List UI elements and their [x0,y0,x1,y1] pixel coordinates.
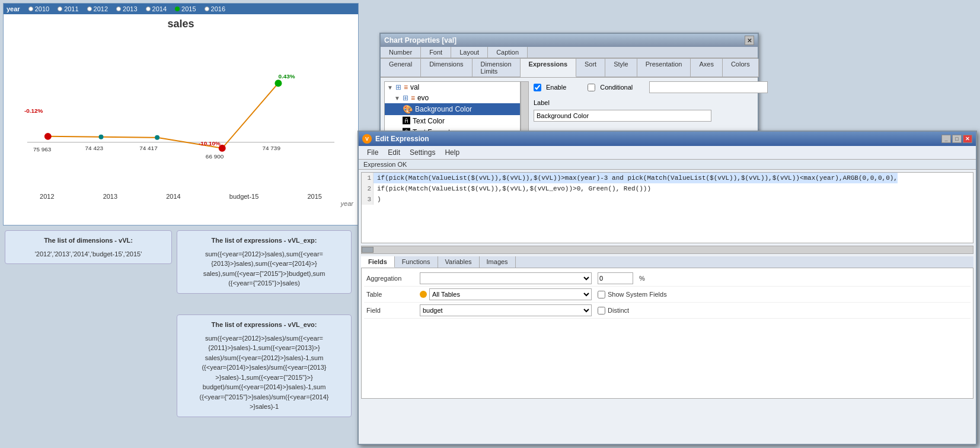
distinct-checkbox[interactable] [598,307,605,314]
tab-presentation[interactable]: Presentation [637,59,691,77]
bl-2014: 2014 [166,193,180,200]
tab-sort[interactable]: Sort [576,59,605,77]
tab-general[interactable]: General [381,59,421,77]
year-2015[interactable]: 2015 [175,5,196,12]
tab-variables[interactable]: Variables [438,256,480,268]
menu-help[interactable]: Help [440,147,464,158]
year-label: year [7,5,20,12]
aggregation-row: Aggregation % [364,271,971,287]
show-system-fields-checkbox[interactable] [598,291,605,298]
info-evo-title: The list of expressions - vVL_evo: [183,320,345,330]
dot-2015 [274,80,282,87]
edit-expr-minimize-button[interactable]: _ [941,135,951,143]
line-num-2: 2 [362,183,374,194]
tree-icon-evo: ≡ [411,94,415,102]
tab-images[interactable]: Images [480,256,516,268]
year-2013[interactable]: 2013 [116,5,137,12]
aggregation-select[interactable] [420,272,592,284]
tab-layout[interactable]: Layout [451,47,488,58]
bl-2015: 2015 [307,193,321,200]
tab-dimensions[interactable]: Dimensions [421,59,472,77]
menu-file[interactable]: File [362,147,383,158]
tree-icon-text-color: 🅰 [403,116,410,125]
edit-expression-dialog: V Edit Expression _ □ ✕ File Edit Settin… [357,131,977,445]
chart-axis-year: year [4,200,358,207]
menu-edit[interactable]: Edit [383,147,405,158]
chart-area: -0.12% 0.43% -10.10% 75 963 74 423 74 41… [4,33,358,193]
tree-label-evo: evo [417,94,429,102]
table-dot [420,291,427,298]
info-evo-content: sum({<year={2012}>}sales)/sum({<year={20… [183,333,345,412]
info-exp-content: sum({<year={2012}>}sales),sum({<year={20… [183,249,345,288]
dot-2014 [155,135,159,140]
menu-settings[interactable]: Settings [405,147,440,158]
tab-dim-limits[interactable]: Dimension Limits [473,59,521,77]
year-2014[interactable]: 2014 [146,5,167,12]
tree-item-text-color[interactable]: 🅰 Text Color [385,115,520,126]
conditional-label: Conditional [600,84,633,91]
edit-expr-status: Expression OK [359,160,976,170]
tree-label-text-color: Text Color [413,117,445,125]
edit-expr-title: Edit Expression [375,135,429,143]
edit-expr-icon: V [362,134,372,144]
tab-caption[interactable]: Caption [488,47,528,58]
year-dot-2016 [205,7,209,11]
chart-props-close-button[interactable]: ✕ [745,36,754,45]
aggregation-label: Aggregation [366,275,414,282]
val-2012: 75 963 [33,146,52,152]
chart-panel: year 2010 2011 2012 2013 2014 2015 2016 [3,3,359,225]
year-2011[interactable]: 2011 [58,5,78,12]
line-code-2: if(pick(Match(ValueList($(vVL)),$(vVL),$… [374,183,651,194]
year-2012[interactable]: 2012 [87,5,108,12]
bl-2012: 2012 [40,193,54,200]
table-label: Table [366,291,414,298]
tab-expressions[interactable]: Expressions [521,59,576,77]
tree-item-val[interactable]: ▼ ⊞ ≡ val [385,82,520,93]
line-num-3: 3 [362,194,374,205]
info-box-expressions: The list of expressions - vVL_exp: sum({… [177,230,352,294]
tab-number[interactable]: Number [381,47,421,58]
field-select[interactable]: budget [420,304,592,316]
label-value-input[interactable] [534,110,711,122]
year-dot-2015 [175,7,180,11]
code-line-1: 1 if(pick(Match(ValueList($(vVL)),$(vVL)… [362,173,973,183]
edit-expr-close-button[interactable]: ✕ [963,135,972,143]
year-dot-2013 [116,7,121,11]
bl-budget15: budget-15 [229,193,259,200]
chart-props-titlebar: Chart Properties [val] ✕ [381,34,758,47]
val-2013: 74 423 [85,145,104,151]
conditional-checkbox[interactable] [588,84,595,91]
label-label: Label [534,99,550,106]
tab-colors[interactable]: Colors [723,59,759,77]
chart-year-bar: year 2010 2011 2012 2013 2014 2015 2016 [4,4,358,14]
chart-title: sales [4,14,358,33]
enable-checkbox[interactable] [534,84,541,91]
year-2016[interactable]: 2016 [205,5,225,12]
tab-functions[interactable]: Functions [395,256,438,268]
tab-font[interactable]: Font [421,47,451,58]
chart-props-title: Chart Properties [val] [384,36,457,45]
pct-label-left: -0.12% [24,107,43,114]
edit-expr-editor[interactable]: 1 if(pick(Match(ValueList($(vVL)),$(vVL)… [361,172,973,243]
tab-style[interactable]: Style [605,59,637,77]
tree-item-bg-color[interactable]: 🎨 Background Color [385,103,520,115]
pct-label-mid: -10.10% [199,140,221,147]
field-label: Field [366,307,414,314]
tab-axes[interactable]: Axes [691,59,722,77]
val-2015: 74 739 [263,145,281,151]
info-box-dimensions: The list of dimensions - vVL: '2012','20… [5,230,172,264]
aggregation-num-input[interactable] [598,272,633,284]
tab-fields[interactable]: Fields [361,256,395,268]
aggregation-pct-label: % [639,275,645,282]
conditional-input[interactable] [649,81,768,93]
tree-item-evo[interactable]: ▼ ⊞ ≡ evo [385,93,520,103]
year-2010[interactable]: 2010 [28,5,49,12]
edit-expr-maximize-button[interactable]: □ [952,135,962,143]
tree-icon-bg-color: 🎨 [403,104,413,114]
chart-bottom-labels: 2012 2013 2014 budget-15 2015 [4,193,358,200]
code-line-2: 2 if(pick(Match(ValueList($(vVL)),$(vVL)… [362,183,973,194]
edit-expr-titlebar: V Edit Expression _ □ ✕ [359,132,976,146]
edit-expr-tabs: Fields Functions Variables Images [361,256,973,268]
edit-expr-hscrollbar[interactable] [361,246,973,254]
table-select[interactable]: All Tables [429,288,592,300]
